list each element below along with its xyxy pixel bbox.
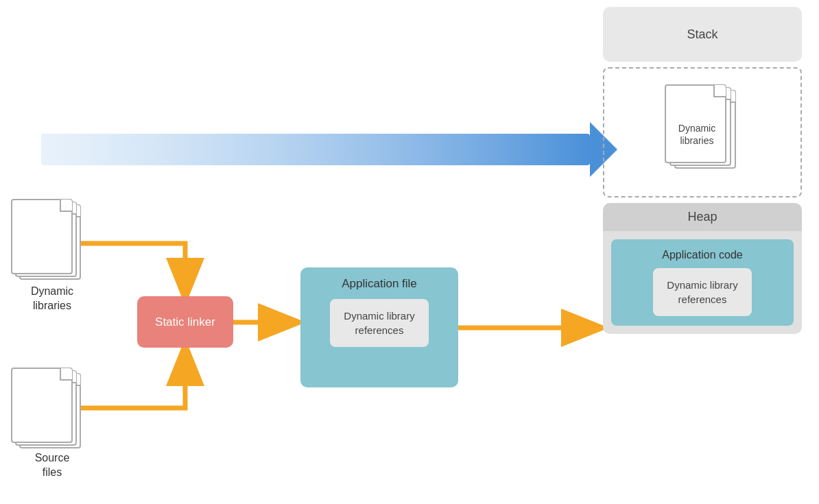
doc-icon-3 — [11, 199, 73, 274]
app-file-inner: Dynamic libraryreferences — [330, 299, 428, 347]
dynamic-libs-left-label: Dynamic libraries — [11, 285, 93, 313]
src-doc-icon-3 — [11, 368, 73, 443]
heap-box: Heap Application code Dynamic libraryref… — [603, 203, 802, 334]
stack-box: Stack — [603, 7, 802, 62]
svg-rect-2 — [41, 134, 590, 165]
app-code-title: Application code — [662, 249, 742, 261]
source-files-label: Sourcefiles — [11, 451, 93, 480]
right-section: Stack Dynamiclibraries Heap Application … — [603, 7, 809, 334]
dashed-libs-container: Dynamiclibraries — [603, 67, 802, 197]
dynamic-libs-right: Dynamiclibraries — [665, 84, 740, 180]
heap-inner: Application code Dynamic libraryreferenc… — [611, 239, 794, 326]
app-file-title: Application file — [342, 277, 417, 291]
dynamic-libs-right-label: Dynamiclibraries — [669, 122, 724, 147]
static-linker-box: Static linker — [137, 296, 233, 348]
diagram-container: Dynamic libraries Sourcefiles Static lin… — [0, 0, 819, 504]
heap-inner-box: Dynamic libraryreferences — [653, 268, 751, 316]
application-file-box: Application file Dynamic libraryreferenc… — [300, 267, 458, 387]
heap-title: Heap — [603, 203, 802, 231]
